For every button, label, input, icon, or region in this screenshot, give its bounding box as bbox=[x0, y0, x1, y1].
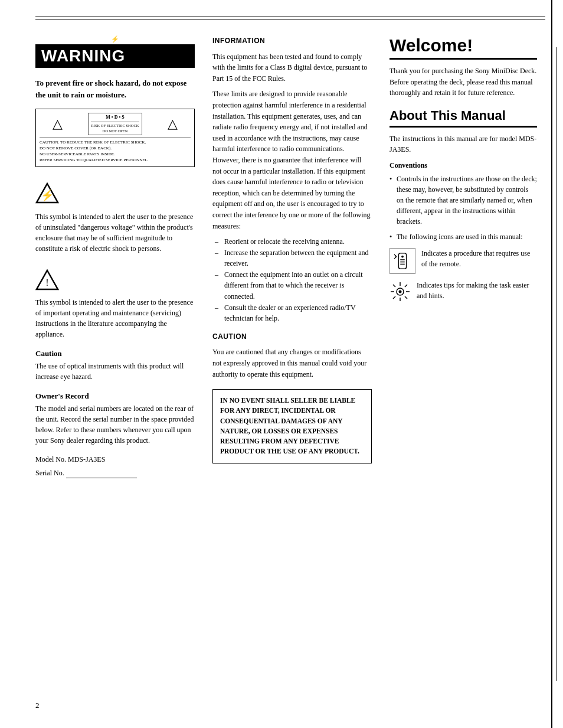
warning-box: WARNING bbox=[35, 44, 195, 68]
owners-record-text: The model and serial numbers are located… bbox=[35, 403, 195, 446]
page: ⚡ WARNING To prevent fire or shock hazar… bbox=[0, 0, 563, 728]
remote-icon-box bbox=[389, 248, 415, 274]
svg-point-5 bbox=[401, 256, 404, 258]
warning-bold-text: To prevent fire or shock hazard, do not … bbox=[35, 77, 195, 100]
model-number: Model No. MDS-JA3ES bbox=[35, 455, 195, 464]
info-para2: These limits are designed to provide rea… bbox=[212, 89, 372, 231]
sun-icon-svg bbox=[389, 281, 411, 302]
right-border-inner bbox=[556, 47, 557, 681]
triangle-right: △ bbox=[168, 116, 178, 132]
remote-icon bbox=[394, 252, 411, 270]
measure-3: Connect the equipment into an outlet on … bbox=[218, 269, 372, 302]
caution-section-heading: CAUTION bbox=[212, 331, 372, 342]
measures-list: Reorient or relocate the receiving anten… bbox=[218, 236, 372, 324]
serial-number-line bbox=[66, 469, 137, 478]
svg-text:⚡: ⚡ bbox=[41, 189, 54, 202]
convention-bullet-1: Controls in the instructions are those o… bbox=[389, 174, 537, 227]
info-para1: This equipment has been tested and found… bbox=[212, 51, 372, 84]
warning-triangle-icon: ! bbox=[35, 269, 59, 293]
remote-icon-text: Indicates a procedure that requires use … bbox=[421, 248, 537, 269]
legal-disclaimer-box: IN NO EVENT SHALL SELLER BE LIABLE FOR A… bbox=[212, 389, 372, 463]
welcome-title: Welcome! bbox=[389, 35, 537, 60]
measure-2: Increase the separation between the equi… bbox=[218, 247, 372, 269]
about-title: About This Manual bbox=[389, 108, 537, 128]
svg-line-14 bbox=[393, 285, 395, 287]
measure-1: Reorient or relocate the receiving anten… bbox=[218, 236, 372, 247]
diagram-caution-text: CAUTION: TO REDUCE THE RISK OF ELECTRIC … bbox=[40, 138, 191, 163]
warning-diagram: △ M • D • S RISK OF ELECTRIC SHOCKDO NOT… bbox=[35, 109, 195, 167]
right-column: Welcome! Thank you for purchasing the So… bbox=[378, 35, 537, 693]
symbol1-text: This symbol is intended to alert the use… bbox=[35, 211, 195, 254]
svg-point-18 bbox=[399, 290, 402, 293]
left-column: ⚡ WARNING To prevent fire or shock hazar… bbox=[35, 35, 207, 693]
measure-4: Consult the dealer or an experienced rad… bbox=[218, 302, 372, 324]
content-area: ⚡ WARNING To prevent fire or shock hazar… bbox=[0, 0, 543, 728]
triangle-left: △ bbox=[53, 116, 63, 132]
remote-icon-row: Indicates a procedure that requires use … bbox=[389, 248, 537, 274]
page-number: 2 bbox=[35, 701, 40, 710]
warning-title: WARNING bbox=[41, 47, 189, 66]
svg-rect-8 bbox=[400, 264, 405, 265]
tips-icon-row: Indicates tips for making the task easie… bbox=[389, 280, 537, 306]
top-line2 bbox=[35, 19, 545, 19]
svg-line-16 bbox=[405, 285, 407, 287]
legal-disclaimer-text: IN NO EVENT SHALL SELLER BE LIABLE FOR A… bbox=[220, 397, 359, 455]
conventions-heading: Conventions bbox=[389, 161, 537, 170]
svg-text:!: ! bbox=[45, 278, 48, 288]
about-text: The instructions in this manual are for … bbox=[389, 133, 537, 155]
svg-rect-7 bbox=[400, 262, 405, 262]
tips-icon bbox=[389, 281, 411, 306]
information-heading: INFORMATION bbox=[212, 35, 372, 47]
caution-section-text: You are cautioned that any changes or mo… bbox=[212, 347, 372, 380]
electric-triangle-icon: ⚡ bbox=[35, 182, 59, 208]
convention-bullet-2: The following icons are used in this man… bbox=[389, 231, 537, 242]
symbol2-text: This symbol is intended to alert the use… bbox=[35, 297, 195, 339]
svg-rect-6 bbox=[400, 259, 405, 260]
center-label: M • D • S RISK OF ELECTRIC SHOCKDO NOT O… bbox=[88, 113, 142, 135]
right-border bbox=[551, 0, 552, 728]
tips-icon-text: Indicates tips for making the task easie… bbox=[417, 280, 537, 301]
lightning-icon: ⚡ bbox=[35, 35, 195, 43]
owners-record-heading: Owner's Record bbox=[35, 391, 195, 401]
welcome-text: Thank you for purchasing the Sony MiniDi… bbox=[389, 66, 537, 99]
svg-line-15 bbox=[405, 296, 407, 299]
svg-line-17 bbox=[393, 296, 395, 299]
caution-text: The use of optical instruments with this… bbox=[35, 361, 195, 382]
serial-number-label: Serial No. bbox=[35, 466, 195, 478]
middle-column: INFORMATION This equipment has been test… bbox=[207, 35, 378, 693]
caution-heading: Caution bbox=[35, 349, 195, 358]
top-line bbox=[35, 17, 545, 17]
